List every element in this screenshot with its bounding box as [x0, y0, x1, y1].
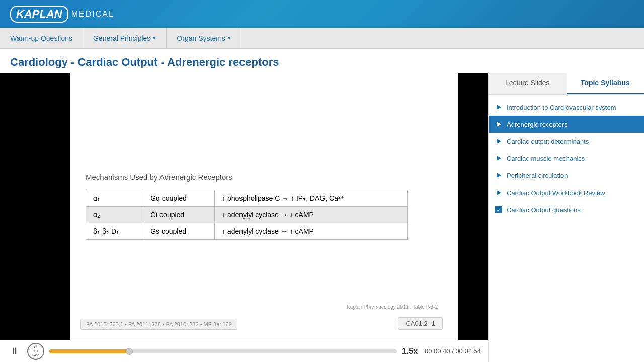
syllabus-item-5[interactable]: Cardiac Output Workbook Review: [489, 184, 644, 201]
play-icon: [495, 120, 503, 128]
progress-bar[interactable]: [49, 349, 397, 353]
logo-kaplan: KAPLAN: [10, 6, 68, 23]
time-separator: /: [452, 347, 454, 355]
video-black-right: [458, 73, 488, 340]
sidebar-tabs: Lecture Slides Topic Syllabus: [489, 73, 644, 95]
content-area: Mechanisms Used by Adrenergic Receptors …: [0, 73, 644, 362]
nav-warmup[interactable]: Warm-up Questions: [0, 28, 83, 48]
video-slide: Mechanisms Used by Adrenergic Receptors …: [70, 73, 458, 340]
syllabus-item-3[interactable]: Cardiac muscle mechanics: [489, 150, 644, 167]
syllabus-list: Introduction to Cardiovascular systemAdr…: [489, 95, 644, 222]
table-row: α₂Gi coupled↓ adenylyl cyclase → ↓ cAMP: [86, 207, 408, 223]
slide-footer-left: FA 2012: 263.1 • FA 2011: 238 • FA 2010:…: [80, 319, 237, 330]
main-content: Cardiology - Cardiac Output - Adrenergic…: [0, 49, 644, 362]
syllabus-item-label: Cardiac Output Workbook Review: [507, 189, 605, 197]
play-icon: [495, 103, 503, 111]
replay-button[interactable]: ↺10Sec: [27, 343, 44, 360]
slide-title: Mechanisms Used by Adrenergic Receptors: [86, 173, 232, 182]
nav-organ-systems[interactable]: Organ Systems ▾: [167, 28, 241, 48]
page-title: Cardiology - Cardiac Output - Adrenergic…: [0, 49, 644, 73]
syllabus-item-1[interactable]: Adrenergic receptors: [489, 116, 644, 133]
replay-icon: ↺10Sec: [32, 345, 39, 357]
video-wrapper: Mechanisms Used by Adrenergic Receptors …: [0, 73, 488, 362]
table-row: β₁ β₂ D₁Gs coupled↑ adenylyl cyclase → ↑…: [86, 223, 408, 240]
syllabus-item-label: Cardiac muscle mechanics: [507, 155, 585, 162]
syllabus-item-label: Cardiac output determinants: [507, 138, 589, 145]
header: KAPLAN MEDICAL: [0, 0, 644, 28]
logo-container: KAPLAN MEDICAL: [10, 6, 114, 23]
table-row: α₁Gq coupled↑ phospholipase C → ↑ IP₃, D…: [86, 190, 408, 207]
logo-medical: MEDICAL: [71, 10, 114, 19]
play-icon: [495, 189, 503, 197]
nav-general-principles[interactable]: General Principles ▾: [83, 28, 167, 48]
video-container[interactable]: Mechanisms Used by Adrenergic Receptors …: [0, 73, 488, 340]
progress-handle[interactable]: [126, 348, 133, 355]
syllabus-item-4[interactable]: Peripheral circulation: [489, 167, 644, 184]
syllabus-item-6[interactable]: ✓Cardiac Output questions: [489, 201, 644, 218]
play-icon: [495, 171, 503, 179]
video-controls: ⏸ ↺10Sec 1.5x 00:00:40 / 00:02:54: [0, 340, 488, 362]
slide-footer-right: CA01.2- 1: [398, 317, 443, 330]
nav-bar: Warm-up Questions General Principles ▾ O…: [0, 28, 644, 49]
syllabus-item-label: Cardiac Output questions: [507, 206, 581, 214]
check-icon: ✓: [495, 206, 503, 214]
syllabus-item-label: Introduction to Cardiovascular system: [507, 104, 616, 111]
play-icon: [495, 137, 503, 145]
time-current: 00:00:40: [425, 347, 450, 355]
chevron-down-icon: ▾: [228, 35, 231, 41]
time-display: 00:00:40 / 00:02:54: [425, 347, 481, 355]
syllabus-item-label: Adrenergic receptors: [507, 121, 568, 128]
tab-topic-syllabus[interactable]: Topic Syllabus: [567, 73, 645, 94]
time-total: 00:02:54: [455, 347, 481, 355]
speed-label[interactable]: 1.5x: [402, 347, 420, 356]
syllabus-item-label: Peripheral circulation: [507, 172, 568, 179]
receptor-table: α₁Gq coupled↑ phospholipase C → ↑ IP₃, D…: [86, 190, 408, 240]
tab-lecture-slides[interactable]: Lecture Slides: [489, 73, 567, 94]
sidebar: Lecture Slides Topic Syllabus Introducti…: [488, 73, 644, 362]
chevron-down-icon: ▾: [153, 35, 156, 41]
syllabus-item-0[interactable]: Introduction to Cardiovascular system: [489, 99, 644, 116]
slide-attribution: Kaplan Pharmacology 2011 : Table II-3-2: [347, 304, 438, 310]
syllabus-item-2[interactable]: Cardiac output determinants: [489, 133, 644, 150]
pause-button[interactable]: ⏸: [7, 344, 22, 359]
play-icon: [495, 154, 503, 162]
video-black-left: [0, 73, 70, 340]
progress-fill: [49, 349, 129, 353]
